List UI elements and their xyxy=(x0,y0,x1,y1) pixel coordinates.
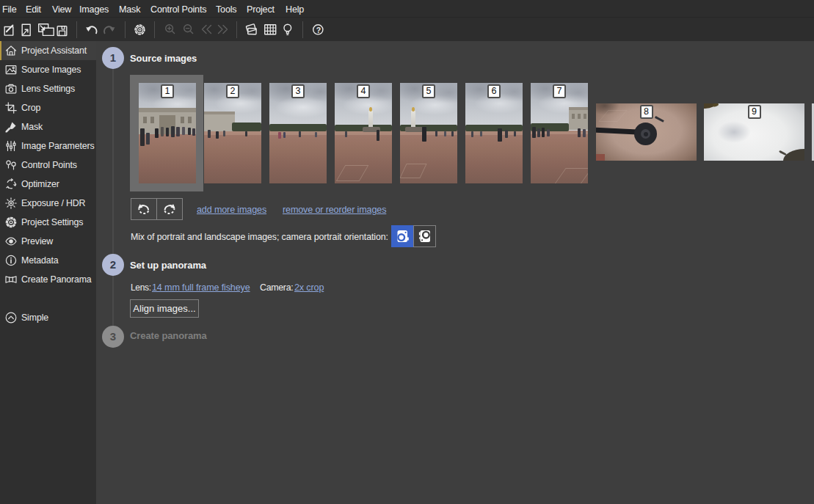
svg-text:?: ? xyxy=(316,26,321,34)
